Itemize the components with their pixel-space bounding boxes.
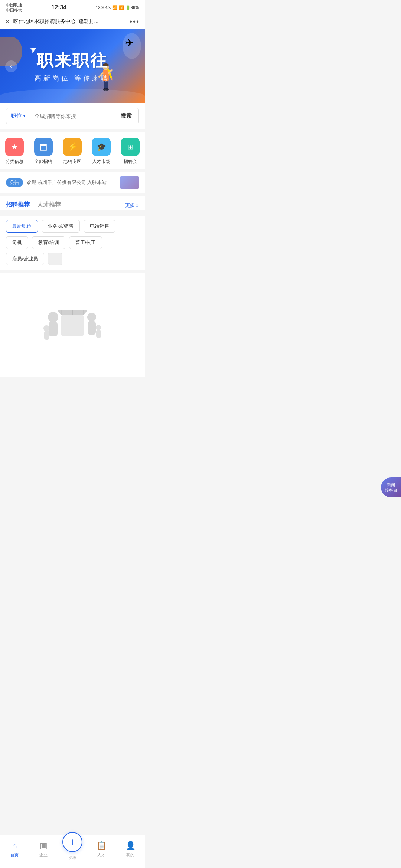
filter-more-button[interactable]: + <box>48 253 62 265</box>
quick-item-fair[interactable]: ⊞ 招聘会 <box>121 138 140 165</box>
job-fair-label: 招聘会 <box>124 158 137 165</box>
carrier2: 中国移动 <box>6 7 22 13</box>
banner-subtitle: 高新岗位 等你来聘 <box>35 74 110 83</box>
filter-telesales[interactable]: 电话销售 <box>84 220 115 233</box>
close-icon[interactable]: × <box>5 17 10 26</box>
classify-label: 分类信息 <box>6 158 23 165</box>
svg-rect-21 <box>44 331 49 340</box>
quick-item-urgent[interactable]: ⚡ 急聘专区 <box>63 138 82 165</box>
carrier-info: 中国联通 中国移动 <box>6 2 22 13</box>
search-input[interactable] <box>30 113 114 119</box>
browser-bar: × 喀什地区求职招聘服务中心_疏勒县... ••• <box>0 14 145 29</box>
wifi-icon: 📶 <box>112 5 117 10</box>
urgent-icon: ⚡ <box>63 138 82 156</box>
paper-plane-icon: ✈ <box>125 37 134 49</box>
search-section: 职位 ▾ 搜索 <box>0 103 145 129</box>
status-bar: 中国联通 中国移动 12:34 12.9 K/s 📶 📶 🔋96% <box>0 0 145 14</box>
svg-rect-12 <box>49 322 58 336</box>
banner-title: 职来职往 <box>35 50 110 72</box>
category-label: 职位 <box>11 112 22 119</box>
banner-text: 职来职往 高新岗位 等你来聘 <box>35 50 110 83</box>
filter-driver[interactable]: 司机 <box>6 236 28 249</box>
notice-tag: 公告 <box>6 178 23 187</box>
svg-point-11 <box>48 312 58 322</box>
search-bar: 职位 ▾ 搜索 <box>6 108 139 124</box>
filter-worker[interactable]: 普工/技工 <box>69 236 102 249</box>
svg-rect-19 <box>88 321 96 335</box>
tabs-section: 招聘推荐 人才推荐 更多 » <box>0 196 145 210</box>
tabs-more-button[interactable]: 更多 » <box>125 202 139 209</box>
filter-tags: 最新职位 业务员/销售 电话销售 司机 教育/培训 普工/技工 店员/营业员 + <box>0 216 145 270</box>
all-recruit-icon: ▤ <box>34 138 53 156</box>
signal-icon: 📶 <box>119 5 124 10</box>
search-button[interactable]: 搜索 <box>114 108 138 124</box>
tab-talent[interactable]: 人才推荐 <box>37 201 61 210</box>
search-category-dropdown[interactable]: 职位 ▾ <box>6 112 30 119</box>
empty-box-illustration <box>43 295 102 347</box>
job-fair-icon: ⊞ <box>121 138 140 156</box>
notice-bar: 公告 欢迎 杭州千广传媒有限公司 入驻本站 <box>0 172 145 193</box>
svg-point-20 <box>43 325 49 331</box>
svg-point-18 <box>87 313 96 322</box>
time: 12:34 <box>51 4 66 11</box>
quick-item-all-recruit[interactable]: ▤ 全部招聘 <box>34 138 53 165</box>
all-recruit-label: 全部招聘 <box>35 158 52 165</box>
urgent-label: 急聘专区 <box>63 158 81 165</box>
empty-state <box>0 273 145 377</box>
svg-rect-23 <box>96 330 101 338</box>
notice-image <box>120 176 139 189</box>
page-title: 喀什地区求职招聘服务中心_疏勒县... <box>13 18 126 25</box>
filter-shop[interactable]: 店员/营业员 <box>6 253 44 265</box>
talent-market-label: 人才市场 <box>92 158 110 165</box>
svg-rect-13 <box>61 315 84 336</box>
cloud-decoration <box>0 89 145 103</box>
main-content: ‹ ➤ 职来职往 高新岗位 等你来聘 <box>0 29 145 414</box>
more-icon[interactable]: ••• <box>130 17 140 26</box>
svg-marker-4 <box>111 78 113 81</box>
quick-menu: ★ 分类信息 ▤ 全部招聘 ⚡ 急聘专区 🎓 人才市场 ⊞ 招聘会 <box>0 132 145 169</box>
hero-banner: ‹ ➤ 职来职往 高新岗位 等你来聘 <box>0 29 145 103</box>
speed-indicator: 12.9 K/s <box>96 5 111 10</box>
svg-point-22 <box>96 325 101 330</box>
filter-education[interactable]: 教育/培训 <box>32 236 65 249</box>
back-button[interactable]: ‹ <box>5 60 17 72</box>
tab-recruit[interactable]: 招聘推荐 <box>6 201 30 210</box>
carrier1: 中国联通 <box>6 2 22 7</box>
notice-text: 欢迎 杭州千广传媒有限公司 入驻本站 <box>27 179 117 186</box>
talent-market-icon: 🎓 <box>92 138 111 156</box>
battery-icon: 🔋96% <box>125 5 139 10</box>
tabs-nav: 招聘推荐 人才推荐 <box>6 201 61 210</box>
quick-item-talent[interactable]: 🎓 人才市场 <box>92 138 111 165</box>
chevron-down-icon: ▾ <box>23 114 25 118</box>
status-icons: 12.9 K/s 📶 📶 🔋96% <box>96 5 139 10</box>
classify-icon: ★ <box>5 138 24 156</box>
filter-latest[interactable]: 最新职位 <box>6 220 38 233</box>
filter-sales[interactable]: 业务员/销售 <box>42 220 80 233</box>
tabs-header: 招聘推荐 人才推荐 更多 » <box>6 201 139 210</box>
quick-item-classify[interactable]: ★ 分类信息 <box>5 138 24 165</box>
